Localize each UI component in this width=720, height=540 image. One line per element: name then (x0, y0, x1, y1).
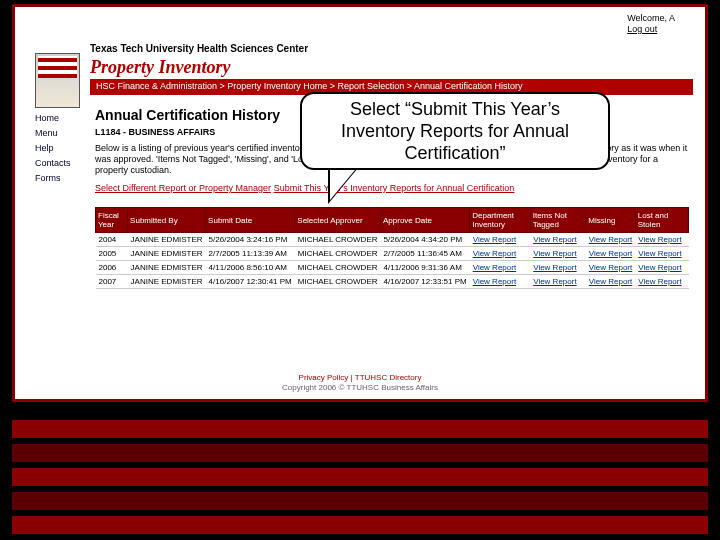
view-report-link[interactable]: View Report (533, 277, 576, 286)
view-report-link[interactable]: View Report (473, 235, 516, 244)
col-header: Fiscal Year (96, 208, 128, 233)
view-report-link[interactable]: View Report (589, 235, 632, 244)
sidebar-item-contacts[interactable]: Contacts (35, 156, 87, 170)
welcome-block: Welcome, A Log out (627, 13, 675, 35)
cell: 2/7/2005 11:36:45 AM (381, 247, 470, 261)
col-header: Department Inventory (470, 208, 531, 233)
callout-text: Select “Submit This Year’s Inventory Rep… (314, 98, 596, 164)
decorative-stripes (12, 414, 708, 534)
submit-inventory-link[interactable]: Submit This Year's Inventory Reports for… (274, 183, 515, 193)
cell: View Report (635, 275, 688, 289)
cell: View Report (530, 275, 586, 289)
certification-history-table: Fiscal YearSubmitted BySubmit DateSelect… (95, 207, 689, 289)
table-row: 2006JANINE EDMISTER4/11/2006 8:56:10 AMM… (96, 261, 689, 275)
col-header: Missing (586, 208, 635, 233)
cell: View Report (635, 261, 688, 275)
cell: View Report (586, 247, 635, 261)
cell: View Report (530, 247, 586, 261)
sidebar-item-help[interactable]: Help (35, 141, 87, 155)
ttuhsc-logo (35, 53, 80, 108)
view-report-link[interactable]: View Report (473, 263, 516, 272)
cell: JANINE EDMISTER (128, 275, 206, 289)
view-report-link[interactable]: View Report (533, 263, 576, 272)
cell: 2/7/2005 11:13:39 AM (206, 247, 295, 261)
view-report-link[interactable]: View Report (589, 263, 632, 272)
cell: View Report (530, 233, 586, 247)
cell: 4/16/2007 12:30:41 PM (206, 275, 295, 289)
cell: View Report (586, 261, 635, 275)
sidebar: Home Menu Help Contacts Forms (35, 111, 87, 186)
col-header: Submit Date (206, 208, 295, 233)
welcome-user: Welcome, A (627, 13, 675, 24)
cell: View Report (635, 233, 688, 247)
university-name: Texas Tech University Health Sciences Ce… (90, 43, 308, 54)
cell: JANINE EDMISTER (128, 233, 206, 247)
col-header: Items Not Tagged (530, 208, 586, 233)
cell: MICHAEL CROWDER (295, 275, 381, 289)
cell: 5/26/2004 4:34:20 PM (381, 233, 470, 247)
cell: 2005 (96, 247, 128, 261)
cell: View Report (586, 233, 635, 247)
sidebar-item-home[interactable]: Home (35, 111, 87, 125)
cell: 2006 (96, 261, 128, 275)
logout-link[interactable]: Log out (627, 24, 675, 35)
col-header: Selected Approver (295, 208, 381, 233)
cell: View Report (470, 275, 531, 289)
col-header: Submitted By (128, 208, 206, 233)
cell: MICHAEL CROWDER (295, 233, 381, 247)
cell: View Report (530, 261, 586, 275)
sidebar-item-forms[interactable]: Forms (35, 171, 87, 185)
cell: 4/11/2006 9:31:36 AM (381, 261, 470, 275)
view-report-link[interactable]: View Report (533, 249, 576, 258)
cell: View Report (470, 233, 531, 247)
view-report-link[interactable]: View Report (638, 249, 681, 258)
cell: 2004 (96, 233, 128, 247)
cell: MICHAEL CROWDER (295, 247, 381, 261)
view-report-link[interactable]: View Report (638, 277, 681, 286)
view-report-link[interactable]: View Report (589, 249, 632, 258)
app-frame: Welcome, A Log out Texas Tech University… (12, 4, 708, 402)
cell: 2007 (96, 275, 128, 289)
table-row: 2005JANINE EDMISTER2/7/2005 11:13:39 AMM… (96, 247, 689, 261)
footer-links[interactable]: Privacy Policy | TTUHSC Directory (15, 373, 705, 383)
callout-tail-icon (328, 168, 358, 204)
instruction-callout: Select “Submit This Year’s Inventory Rep… (300, 92, 610, 170)
view-report-link[interactable]: View Report (638, 235, 681, 244)
table-row: 2007JANINE EDMISTER4/16/2007 12:30:41 PM… (96, 275, 689, 289)
col-header: Lost and Stolen (635, 208, 688, 233)
cell: View Report (470, 261, 531, 275)
cell: View Report (586, 275, 635, 289)
view-report-link[interactable]: View Report (638, 263, 681, 272)
cell: 4/16/2007 12:33:51 PM (381, 275, 470, 289)
cell: View Report (635, 247, 688, 261)
select-different-link[interactable]: Select Different Report or Property Mana… (95, 183, 271, 193)
sidebar-item-menu[interactable]: Menu (35, 126, 87, 140)
app-title: Property Inventory (90, 57, 230, 78)
view-report-link[interactable]: View Report (473, 249, 516, 258)
view-report-link[interactable]: View Report (473, 277, 516, 286)
cell: MICHAEL CROWDER (295, 261, 381, 275)
view-report-link[interactable]: View Report (589, 277, 632, 286)
cell: 4/11/2006 8:56:10 AM (206, 261, 295, 275)
footer-copyright: Copyright 2006 © TTUHSC Business Affairs (15, 383, 705, 393)
view-report-link[interactable]: View Report (533, 235, 576, 244)
table-row: 2004JANINE EDMISTER5/26/2004 3:24:16 PMM… (96, 233, 689, 247)
cell: JANINE EDMISTER (128, 247, 206, 261)
col-header: Approve Date (381, 208, 470, 233)
cell: 5/26/2004 3:24:16 PM (206, 233, 295, 247)
cell: JANINE EDMISTER (128, 261, 206, 275)
cell: View Report (470, 247, 531, 261)
footer: Privacy Policy | TTUHSC Directory Copyri… (15, 373, 705, 393)
